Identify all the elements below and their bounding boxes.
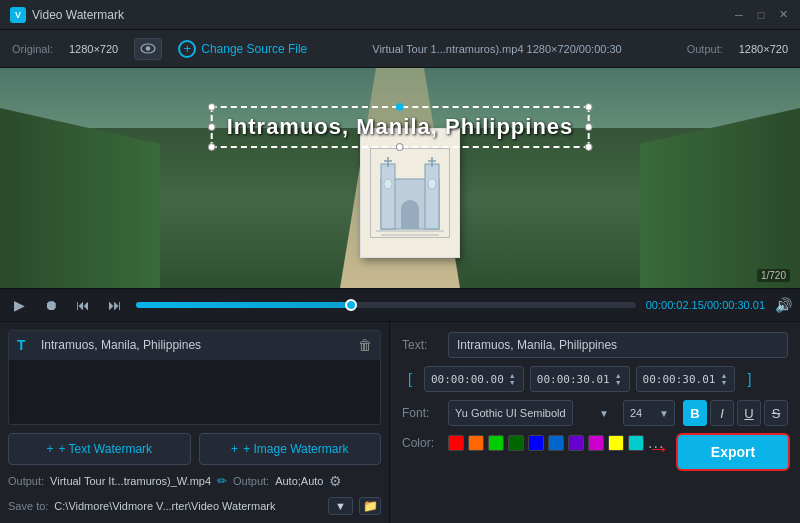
prev-frame-button[interactable]: ⏮ bbox=[72, 294, 94, 316]
start-time-down[interactable]: ▼ bbox=[508, 379, 517, 386]
color-swatch-magenta[interactable] bbox=[588, 435, 604, 451]
save-path: C:\Vidmore\Vidmore V...rter\Video Waterm… bbox=[54, 500, 322, 512]
font-select[interactable]: Yu Gothic UI Semibold bbox=[448, 400, 573, 426]
app-title: Video Watermark bbox=[32, 8, 124, 22]
resize-handle-tl[interactable] bbox=[208, 103, 216, 111]
svg-point-7 bbox=[384, 179, 392, 189]
size-select[interactable]: 24 bbox=[623, 400, 675, 426]
title-bar: V Video Watermark ─ □ ✕ bbox=[0, 0, 800, 30]
browse-folder-button[interactable]: 📁 bbox=[359, 497, 381, 515]
resize-handle-tm[interactable] bbox=[396, 103, 404, 111]
video-counter: 1/720 bbox=[757, 269, 790, 282]
duration-up[interactable]: ▲ bbox=[719, 372, 728, 379]
text-label: Text: bbox=[402, 338, 440, 352]
end-time-spinner[interactable]: ▲ ▼ bbox=[614, 372, 623, 386]
watermark-list-item[interactable]: T Intramuos, Manila, Philippines 🗑 bbox=[9, 331, 380, 360]
end-time-down[interactable]: ▼ bbox=[614, 379, 623, 386]
video-preview: Intramuos, Manila, Philippines 1/720 bbox=[0, 68, 800, 288]
watermark-list: T Intramuos, Manila, Philippines 🗑 bbox=[8, 330, 381, 425]
start-time-field[interactable]: 00:00:00.00 ▲ ▼ bbox=[424, 366, 524, 392]
italic-button[interactable]: I bbox=[710, 400, 734, 426]
end-time-up[interactable]: ▲ bbox=[614, 372, 623, 379]
left-panel: T Intramuos, Manila, Philippines 🗑 + + T… bbox=[0, 322, 390, 523]
resize-handle-bl[interactable] bbox=[208, 143, 216, 151]
start-time-value: 00:00:00.00 bbox=[431, 373, 504, 386]
play-button[interactable]: ▶ bbox=[8, 294, 30, 316]
end-time-field[interactable]: 00:00:30.01 ▲ ▼ bbox=[530, 366, 630, 392]
timeline-bar: ▶ ⏺ ⏮ ⏭ 00:00:02.15/00:00:30.01 🔊 bbox=[0, 288, 800, 322]
right-panel: Text: [ 00:00:00.00 ▲ ▼ 00:00:30.01 ▲ ▼ bbox=[390, 322, 800, 523]
stop-button[interactable]: ⏺ bbox=[40, 294, 62, 316]
color-swatch-orange[interactable] bbox=[468, 435, 484, 451]
svg-rect-6 bbox=[401, 209, 419, 229]
original-label: Original: bbox=[12, 43, 53, 55]
watermark-overlay[interactable]: Intramuos, Manila, Philippines bbox=[211, 106, 590, 148]
resize-handle-rm[interactable] bbox=[584, 123, 592, 131]
volume-button[interactable]: 🔊 bbox=[775, 297, 792, 313]
svg-rect-3 bbox=[381, 164, 395, 229]
strikethrough-button[interactable]: S bbox=[764, 400, 788, 426]
preview-toggle-button[interactable] bbox=[134, 38, 162, 60]
resize-handle-br[interactable] bbox=[584, 143, 592, 151]
underline-button[interactable]: U bbox=[737, 400, 761, 426]
export-button[interactable]: Export bbox=[678, 435, 788, 469]
window-controls: ─ □ ✕ bbox=[732, 8, 790, 22]
settings-button[interactable]: ⚙ bbox=[329, 473, 342, 489]
resize-handle-bm[interactable] bbox=[396, 143, 404, 151]
top-bar: Original: 1280×720 + Change Source File … bbox=[0, 30, 800, 68]
watermark-item-label: Intramuos, Manila, Philippines bbox=[41, 338, 350, 352]
output-resolution: 1280×720 bbox=[739, 43, 788, 55]
color-swatch-red[interactable] bbox=[448, 435, 464, 451]
end-time-value: 00:00:30.01 bbox=[537, 373, 610, 386]
duration-value: 00:00:30.01 bbox=[643, 373, 716, 386]
plus-icon-text: + bbox=[46, 442, 53, 456]
resize-handle-lm[interactable] bbox=[208, 123, 216, 131]
color-label: Color: bbox=[402, 436, 440, 450]
format-buttons: B I U S bbox=[683, 400, 788, 426]
add-text-watermark-button[interactable]: + + Text Watermark bbox=[8, 433, 191, 465]
start-time-up[interactable]: ▲ bbox=[508, 372, 517, 379]
font-select-wrapper: Yu Gothic UI Semibold ▼ bbox=[448, 400, 615, 426]
color-swatch-purple[interactable] bbox=[568, 435, 584, 451]
duration-spinner[interactable]: ▲ ▼ bbox=[719, 372, 728, 386]
save-path-dropdown[interactable]: ▼ bbox=[328, 497, 353, 515]
color-swatch-darkgreen[interactable] bbox=[508, 435, 524, 451]
output-codec-label: Output: bbox=[233, 475, 269, 487]
size-select-wrapper: 24 ▼ bbox=[623, 400, 675, 426]
color-swatch-blue[interactable] bbox=[528, 435, 544, 451]
bold-button[interactable]: B bbox=[683, 400, 707, 426]
plus-icon-image: + bbox=[231, 442, 238, 456]
bottom-section: T Intramuos, Manila, Philippines 🗑 + + T… bbox=[0, 322, 800, 523]
text-row: Text: bbox=[402, 332, 788, 358]
resize-handle-tr[interactable] bbox=[584, 103, 592, 111]
output-codec: Auto;Auto bbox=[275, 475, 323, 487]
next-frame-button[interactable]: ⏭ bbox=[104, 294, 126, 316]
output-row: Output: Virtual Tour It...tramuros)_W.mp… bbox=[8, 473, 381, 489]
font-select-arrow: ▼ bbox=[599, 408, 609, 419]
start-time-spinner[interactable]: ▲ ▼ bbox=[508, 372, 517, 386]
minimize-button[interactable]: ─ bbox=[732, 8, 746, 22]
duration-down[interactable]: ▼ bbox=[719, 379, 728, 386]
add-buttons: + + Text Watermark + + Image Watermark bbox=[8, 433, 381, 465]
svg-point-8 bbox=[428, 179, 436, 189]
close-button[interactable]: ✕ bbox=[776, 8, 790, 22]
duration-field[interactable]: 00:00:30.01 ▲ ▼ bbox=[636, 366, 736, 392]
color-swatch-cyan[interactable] bbox=[628, 435, 644, 451]
color-swatch-yellow[interactable] bbox=[608, 435, 624, 451]
svg-rect-4 bbox=[425, 164, 439, 229]
delete-watermark-button[interactable]: 🗑 bbox=[358, 337, 372, 353]
change-source-button[interactable]: + Change Source File bbox=[178, 40, 307, 58]
edit-output-button[interactable]: ✏ bbox=[217, 474, 227, 488]
color-swatch-medblue[interactable] bbox=[548, 435, 564, 451]
bracket-close-icon: ] bbox=[741, 371, 757, 387]
add-image-watermark-button[interactable]: + + Image Watermark bbox=[199, 433, 382, 465]
maximize-button[interactable]: □ bbox=[754, 8, 768, 22]
text-input[interactable] bbox=[448, 332, 788, 358]
progress-thumb[interactable] bbox=[345, 299, 357, 311]
color-swatch-green[interactable] bbox=[488, 435, 504, 451]
export-area: Export bbox=[678, 435, 788, 469]
plus-circle-icon: + bbox=[178, 40, 196, 58]
svg-point-1 bbox=[146, 46, 150, 50]
output-label: Output: bbox=[687, 43, 723, 55]
progress-track[interactable] bbox=[136, 302, 636, 308]
